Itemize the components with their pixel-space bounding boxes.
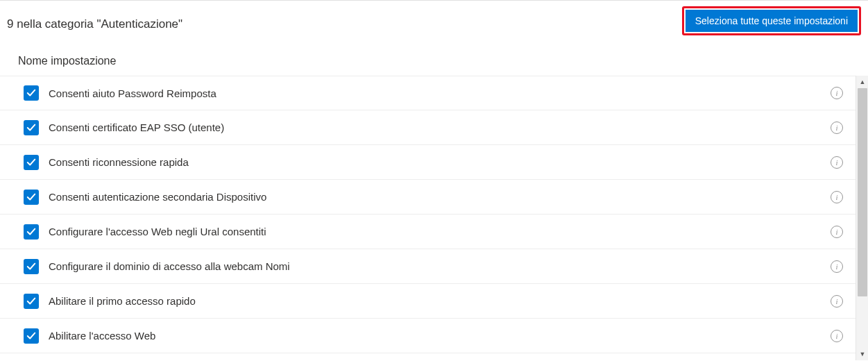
- table-row[interactable]: Abilitare l'accesso Web i: [0, 319, 856, 353]
- row-checkbox[interactable]: [24, 259, 39, 274]
- row-checkbox[interactable]: [24, 294, 39, 309]
- setting-name: Consenti riconnessione rapida: [49, 156, 824, 168]
- row-checkbox[interactable]: [24, 85, 39, 101]
- scrollbar[interactable]: ▲ ▼: [856, 76, 868, 360]
- setting-name: Abilitare l'accesso Web: [49, 330, 824, 342]
- setting-name: Consenti autenticazione secondaria Dispo…: [49, 191, 824, 203]
- check-icon: [26, 296, 36, 306]
- column-header-setting-name: Nome impostazione: [0, 40, 868, 76]
- table-row[interactable]: Abilitare il primo accesso rapido i: [0, 284, 856, 319]
- setting-name: Configurare l'accesso Web negli Ural con…: [49, 226, 824, 237]
- settings-list: Consenti aiuto Password Reimposta i Cons…: [0, 76, 856, 360]
- row-checkbox[interactable]: [24, 155, 39, 170]
- scroll-thumb[interactable]: [858, 88, 867, 296]
- check-icon: [26, 123, 36, 133]
- table-row[interactable]: Configurare il dominio di accesso alla w…: [0, 249, 856, 284]
- check-icon: [26, 262, 36, 271]
- result-count: 9: [7, 17, 13, 31]
- row-checkbox[interactable]: [24, 120, 39, 135]
- check-icon: [26, 158, 36, 167]
- settings-picker-panel: 9 nella categoria "Autenticazione" Selez…: [0, 0, 868, 361]
- table-row[interactable]: Consenti riconnessione rapida i: [0, 145, 856, 180]
- setting-name: Consenti aiuto Password Reimposta: [49, 87, 824, 99]
- scroll-down-button[interactable]: ▼: [856, 348, 868, 360]
- select-all-highlight: Seleziona tutte queste impostazioni: [682, 6, 861, 35]
- check-icon: [26, 331, 36, 341]
- setting-name: Abilitare il primo accesso rapido: [49, 295, 824, 307]
- info-icon[interactable]: i: [831, 226, 843, 238]
- check-icon: [26, 88, 36, 98]
- table-row[interactable]: Consenti aiuto Password Reimposta i: [0, 76, 856, 110]
- category-label: nella categoria "Autenticazione": [17, 17, 182, 31]
- scroll-up-button[interactable]: ▲: [856, 76, 868, 88]
- setting-name: Configurare il dominio di accesso alla w…: [49, 260, 824, 272]
- info-icon[interactable]: i: [831, 121, 843, 134]
- row-checkbox[interactable]: [24, 190, 39, 205]
- info-icon[interactable]: i: [831, 191, 843, 203]
- table-row[interactable]: Consenti autenticazione secondaria Dispo…: [0, 180, 856, 215]
- check-icon: [26, 192, 36, 202]
- table-row[interactable]: Configurare l'accesso Web negli Ural con…: [0, 215, 856, 249]
- info-icon[interactable]: i: [831, 87, 843, 99]
- check-icon: [26, 227, 36, 237]
- table-row[interactable]: Consenti certificato EAP SSO (utente) i: [0, 110, 856, 145]
- top-bar: 9 nella categoria "Autenticazione" Selez…: [0, 1, 868, 40]
- info-icon[interactable]: i: [831, 330, 843, 342]
- select-all-button[interactable]: Seleziona tutte queste impostazioni: [686, 10, 858, 32]
- info-icon[interactable]: i: [831, 260, 843, 273]
- info-icon[interactable]: i: [831, 156, 843, 169]
- row-checkbox[interactable]: [24, 224, 39, 240]
- setting-name: Consenti certificato EAP SSO (utente): [49, 121, 824, 133]
- info-icon[interactable]: i: [831, 295, 843, 308]
- row-checkbox[interactable]: [24, 328, 39, 344]
- category-summary: 9 nella categoria "Autenticazione": [7, 10, 182, 31]
- settings-list-wrapper: Consenti aiuto Password Reimposta i Cons…: [0, 76, 868, 360]
